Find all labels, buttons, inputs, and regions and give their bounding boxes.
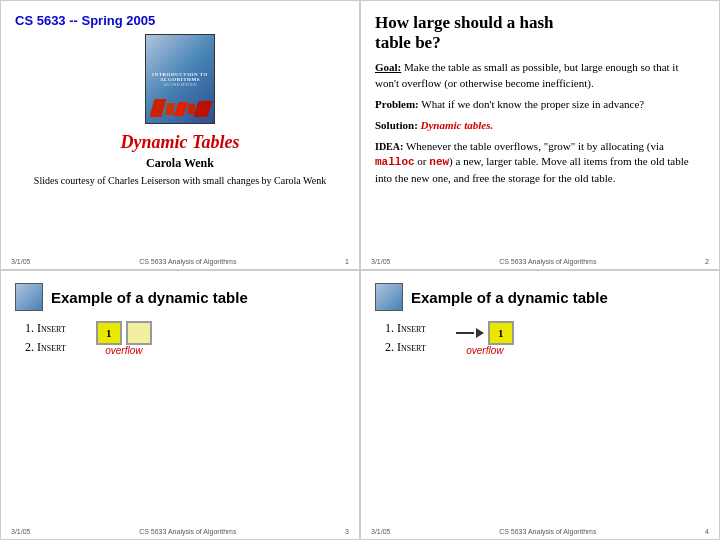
overflow-label-3: overflow — [105, 345, 142, 356]
footer-course: CS 5633 Analysis of Algorithms — [139, 528, 236, 535]
slide3-footer: 3/1/05 CS 5633 Analysis of Algorithms 3 — [1, 528, 359, 535]
footer-page: 2 — [705, 258, 709, 265]
insert-list-4: 1. Insert 2. Insert — [385, 321, 426, 359]
goal-paragraph: Goal: Make the table as small as possibl… — [375, 60, 705, 92]
footer-page: 3 — [345, 528, 349, 535]
slide-4: Example of a dynamic table 1. Insert 2. … — [360, 270, 720, 540]
problem-text: What if we don't know the proper size in… — [419, 98, 644, 110]
slide3-title: Example of a dynamic table — [51, 289, 248, 306]
slide4-content: 1. Insert 2. Insert 1 overflow — [375, 321, 705, 359]
table-cell-empty — [126, 321, 152, 345]
idea-paragraph: Idea: Whenever the table overflows, "gro… — [375, 139, 705, 188]
slide1-header: CS 5633 -- Spring 2005 — [15, 13, 155, 28]
slide-grid: CS 5633 -- Spring 2005 INTRODUCTION TOAL… — [0, 0, 720, 540]
slide3-header-row: Example of a dynamic table — [15, 283, 345, 311]
table-visual-4: 1 — [456, 321, 514, 345]
footer-date: 3/1/05 — [371, 528, 390, 535]
goal-text: Make the table as small as possible, but… — [375, 61, 678, 89]
slide-2: How large should a hash table be? Goal: … — [360, 0, 720, 270]
slide2-title: How large should a hash table be? — [375, 13, 705, 54]
slide-1: CS 5633 -- Spring 2005 INTRODUCTION TOAL… — [0, 0, 360, 270]
slide2-body: Goal: Make the table as small as possibl… — [375, 60, 705, 188]
table-cell-filled-4: 1 — [488, 321, 514, 345]
insert-list-3: 1. Insert 2. Insert — [25, 321, 66, 359]
book-cover: INTRODUCTION TOALGORITHMS SECOND EDITION — [145, 34, 215, 124]
solution-paragraph: Solution: Dynamic tables. — [375, 118, 705, 134]
overflow-label-4: overflow — [466, 345, 503, 356]
slide2-footer: 3/1/05 CS 5633 Analysis of Algorithms 2 — [361, 258, 719, 265]
list-item-1: 1. Insert — [385, 321, 426, 336]
dynamic-tables-title: Dynamic Tables — [121, 132, 240, 153]
footer-page: 1 — [345, 258, 349, 265]
footer-page: 4 — [705, 528, 709, 535]
list-item-1: 1. Insert — [25, 321, 66, 336]
book-title: INTRODUCTION TOALGORITHMS — [152, 72, 208, 82]
overflow-container-3: 1 overflow — [96, 321, 152, 356]
slide1-footer: 3/1/05 CS 5633 Analysis of Algorithms 1 — [1, 258, 359, 265]
table-visual-3: 1 — [96, 321, 152, 345]
idea-label: Idea: — [375, 141, 403, 152]
footer-course: CS 5633 Analysis of Algorithms — [499, 528, 596, 535]
list-item-2: 2. Insert — [385, 340, 426, 355]
title-line2: table be? — [375, 33, 441, 52]
arrow-head — [476, 328, 484, 338]
solution-label: Solution: — [375, 119, 418, 131]
slide-3: Example of a dynamic table 1. Insert 2. … — [0, 270, 360, 540]
problem-paragraph: Problem: What if we don't know the prope… — [375, 97, 705, 113]
footer-course: CS 5633 Analysis of Algorithms — [499, 258, 596, 265]
idea-malloc: malloc — [375, 156, 415, 168]
slide4-header-row: Example of a dynamic table — [375, 283, 705, 311]
solution-italic: Dynamic tables. — [418, 119, 493, 131]
list-item-2: 2. Insert — [25, 340, 66, 355]
problem-label: Problem: — [375, 98, 419, 110]
courtesy-text: Slides courtesy of Charles Leiserson wit… — [34, 174, 326, 187]
footer-date: 3/1/05 — [11, 258, 30, 265]
footer-date: 3/1/05 — [11, 528, 30, 535]
slide4-footer: 3/1/05 CS 5633 Analysis of Algorithms 4 — [361, 528, 719, 535]
arrow-box — [456, 328, 484, 338]
idea-or: or — [415, 155, 430, 167]
footer-course: CS 5633 Analysis of Algorithms — [139, 258, 236, 265]
slide3-content: 1. Insert 2. Insert 1 overflow — [15, 321, 345, 359]
footer-date: 3/1/05 — [371, 258, 390, 265]
overflow-container-4: 1 overflow — [456, 321, 514, 356]
idea-text: Whenever the table overflows, "grow" it … — [403, 140, 663, 152]
slide4-logo — [375, 283, 403, 311]
author-name: Carola Wenk — [146, 156, 214, 171]
arrow-line — [456, 332, 474, 334]
title-line1: How large should a hash — [375, 13, 554, 32]
slide4-title: Example of a dynamic table — [411, 289, 608, 306]
goal-label: Goal: — [375, 61, 401, 73]
idea-new: new — [429, 156, 449, 168]
slide3-logo — [15, 283, 43, 311]
table-cell-filled: 1 — [96, 321, 122, 345]
